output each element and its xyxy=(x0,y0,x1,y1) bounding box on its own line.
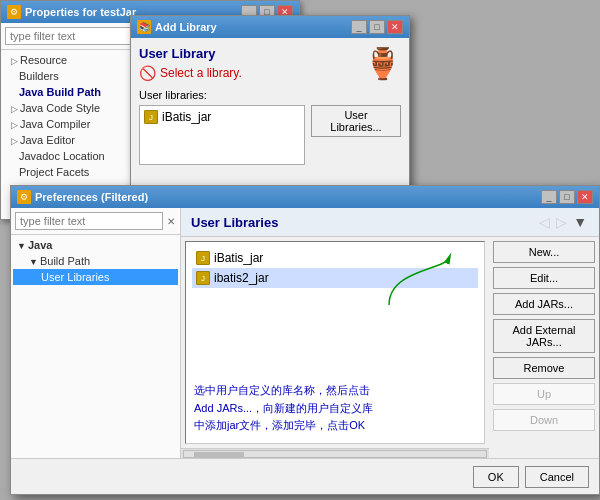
preferences-filter-area: ✕ xyxy=(11,208,180,235)
preferences-content: ✕ ▼Java ▼Build Path User Libraries User … xyxy=(11,208,599,458)
tree-item-javadoc[interactable]: Javadoc Location xyxy=(3,148,148,164)
pref-library-name-1: iBatis_jar xyxy=(214,251,263,265)
nav-menu-button[interactable]: ▼ xyxy=(571,214,589,230)
preferences-action-buttons: New... Edit... Add JARs... Add External … xyxy=(489,237,599,458)
nav-forward-button[interactable]: ▷ xyxy=(554,214,569,230)
add-library-title: Add Library xyxy=(155,21,217,33)
preferences-window: ⚙ Preferences (Filtered) _ □ ✕ ✕ ▼Java ▼… xyxy=(10,185,600,495)
properties-title: Properties for testJar xyxy=(25,6,136,18)
tree-item-java-build-path[interactable]: Java Build Path xyxy=(3,84,148,100)
pref-nav-buttons: ◁ ▷ ▼ xyxy=(537,214,589,230)
new-button[interactable]: New... xyxy=(493,241,595,263)
scrollbar-thumb[interactable] xyxy=(194,452,244,458)
preferences-main: User Libraries ◁ ▷ ▼ J iBatis_jar xyxy=(181,208,599,458)
add-jars-button[interactable]: Add JARs... xyxy=(493,293,595,315)
pref-close-button[interactable]: ✕ xyxy=(577,190,593,204)
nav-back-button[interactable]: ◁ xyxy=(537,214,552,230)
user-libraries-button[interactable]: User Libraries... xyxy=(311,105,401,137)
properties-filter-input[interactable] xyxy=(5,27,146,45)
pref-tree-user-libraries[interactable]: User Libraries xyxy=(13,269,178,285)
addlib-library-name: iBatis_jar xyxy=(162,110,211,124)
jar-icon-1: J xyxy=(196,251,210,265)
cancel-button[interactable]: Cancel xyxy=(525,466,589,488)
properties-filter-area xyxy=(1,23,150,50)
horizontal-scrollbar[interactable] xyxy=(181,448,489,458)
preferences-icon: ⚙ xyxy=(17,190,31,204)
up-button[interactable]: Up xyxy=(493,383,595,405)
addlib-maximize-button[interactable]: □ xyxy=(369,20,385,34)
preferences-controls: _ □ ✕ xyxy=(541,190,593,204)
addlib-library-list: J iBatis_jar xyxy=(139,105,305,165)
preferences-titlebar: ⚙ Preferences (Filtered) _ □ ✕ xyxy=(11,186,599,208)
pref-maximize-button[interactable]: □ xyxy=(559,190,575,204)
add-library-controls: _ □ ✕ xyxy=(351,20,403,34)
tree-item-project-facets[interactable]: Project Facets xyxy=(3,164,148,180)
add-library-titlebar: 📚 Add Library _ □ ✕ xyxy=(131,16,409,38)
pref-list-wrapper: J iBatis_jar J ibatis2_jar 选中用户自定义的库名称，然… xyxy=(181,237,599,458)
preferences-tree: ▼Java ▼Build Path User Libraries xyxy=(11,235,180,287)
pref-tree-java[interactable]: ▼Java xyxy=(13,237,178,253)
edit-button[interactable]: Edit... xyxy=(493,267,595,289)
pref-tree-build-path[interactable]: ▼Build Path xyxy=(13,253,178,269)
addlib-close-button[interactable]: ✕ xyxy=(387,20,403,34)
jar-icon-2: J xyxy=(196,271,210,285)
pref-library-name-2: ibatis2_jar xyxy=(214,271,269,285)
addlib-error-message: Select a library. xyxy=(160,66,242,80)
down-button[interactable]: Down xyxy=(493,409,595,431)
addlib-list-item[interactable]: J iBatis_jar xyxy=(142,108,302,126)
tree-item-java-editor[interactable]: ▷Java Editor xyxy=(3,132,148,148)
addlib-subtitle: 🚫 Select a library. xyxy=(139,65,401,81)
tree-item-java-compiler[interactable]: ▷Java Compiler xyxy=(3,116,148,132)
preferences-section-title: User Libraries xyxy=(191,215,278,230)
addlib-minimize-button[interactable]: _ xyxy=(351,20,367,34)
tree-item-java-code-style[interactable]: ▷Java Code Style xyxy=(3,100,148,116)
annotation-text: 选中用户自定义的库名称，然后点击 Add JARs...，向新建的用户自定义库 … xyxy=(190,378,377,439)
preferences-filter-input[interactable] xyxy=(15,212,163,230)
add-external-jars-button[interactable]: Add External JARs... xyxy=(493,319,595,353)
clear-filter-icon[interactable]: ✕ xyxy=(165,214,176,228)
properties-tree: ▷Resource Builders Java Build Path ▷Java… xyxy=(1,50,150,182)
tree-item-resource[interactable]: ▷Resource xyxy=(3,52,148,68)
preferences-main-header: User Libraries ◁ ▷ ▼ xyxy=(181,208,599,237)
tree-item-builders[interactable]: Builders xyxy=(3,68,148,84)
preferences-library-list: J iBatis_jar J ibatis2_jar 选中用户自定义的库名称，然… xyxy=(185,241,485,444)
remove-button[interactable]: Remove xyxy=(493,357,595,379)
preferences-bottom-buttons: OK Cancel xyxy=(11,458,599,494)
addlib-libraries-label: User libraries: xyxy=(139,89,401,101)
addlib-header: User Library 🚫 Select a library. xyxy=(139,46,401,81)
pref-minimize-button[interactable]: _ xyxy=(541,190,557,204)
addlib-jar-decoration: 🏺 xyxy=(364,46,401,81)
ok-button[interactable]: OK xyxy=(473,466,519,488)
preferences-title: Preferences (Filtered) xyxy=(35,191,148,203)
addlib-section-title: User Library xyxy=(139,46,401,61)
error-icon: 🚫 xyxy=(139,65,156,81)
addlib-side-buttons: User Libraries... xyxy=(311,105,401,165)
annotation-arrow xyxy=(384,250,464,310)
add-library-icon: 📚 xyxy=(137,20,151,34)
properties-icon: ⚙ xyxy=(7,5,21,19)
preferences-sidebar: ✕ ▼Java ▼Build Path User Libraries xyxy=(11,208,181,458)
jar-icon: J xyxy=(144,110,158,124)
